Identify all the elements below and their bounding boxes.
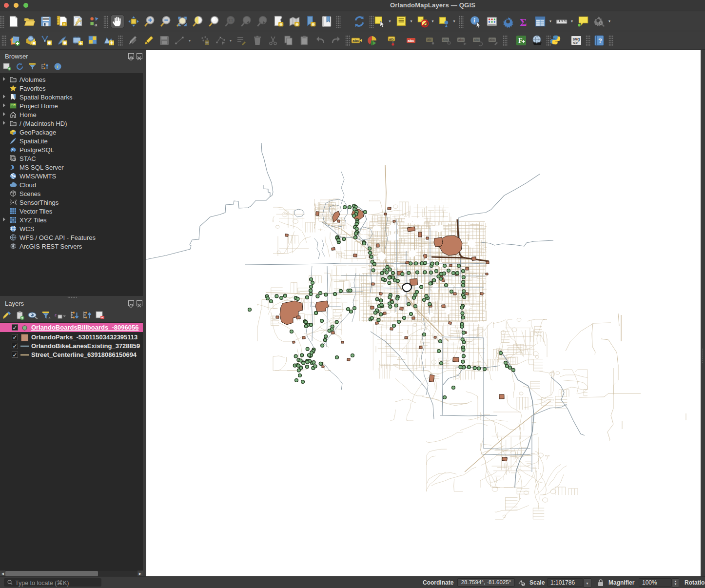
svg-text:abc: abc bbox=[352, 39, 359, 43]
svg-text:a: a bbox=[95, 21, 98, 27]
svg-text:i: i bbox=[57, 64, 59, 69]
svg-text:abc: abc bbox=[458, 38, 464, 42]
svg-text:abc: abc bbox=[490, 38, 495, 42]
svg-text:Σ: Σ bbox=[520, 16, 527, 27]
svg-text:ab: ab bbox=[427, 38, 431, 42]
svg-text:ε: ε bbox=[55, 312, 57, 317]
svg-text:<>: <> bbox=[573, 40, 578, 45]
svg-text:abc: abc bbox=[408, 39, 414, 43]
svg-text:ab: ab bbox=[389, 37, 393, 41]
svg-text:abc: abc bbox=[443, 38, 449, 42]
svg-text:1:1: 1:1 bbox=[228, 19, 233, 22]
svg-text:?: ? bbox=[598, 37, 602, 44]
svg-text:F: F bbox=[518, 37, 523, 44]
svg-text:abc: abc bbox=[474, 38, 480, 42]
svg-text:@: @ bbox=[14, 158, 16, 161]
